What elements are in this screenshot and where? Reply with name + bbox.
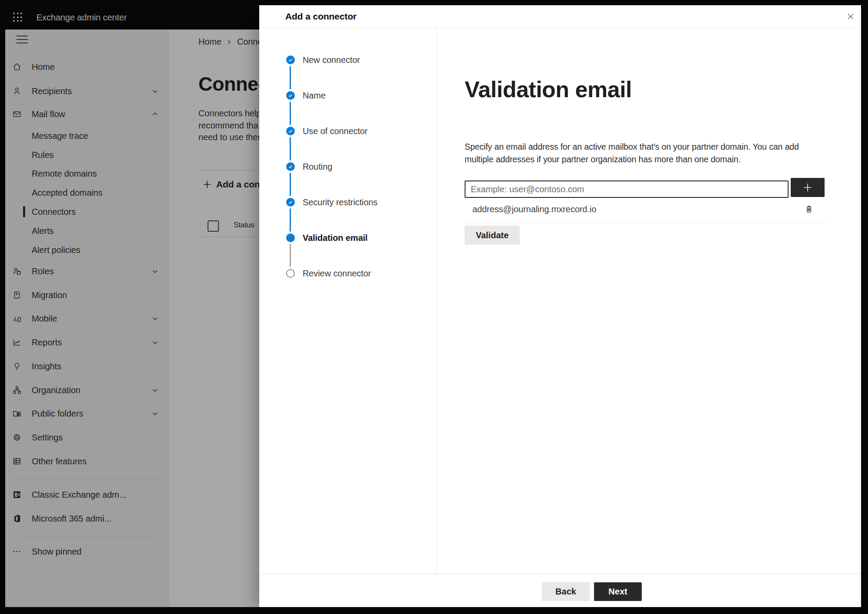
step-description: Specify an email address for an active m… bbox=[465, 141, 799, 166]
step-upcoming-icon bbox=[286, 269, 295, 278]
description-line: Specify an email address for an active m… bbox=[465, 141, 799, 153]
description-line: multiple addresses if your partner organ… bbox=[465, 153, 799, 166]
address-list-divider bbox=[465, 222, 828, 223]
step-label: Use of connector bbox=[303, 126, 368, 136]
close-icon[interactable] bbox=[845, 11, 856, 22]
validate-button[interactable]: Validate bbox=[465, 226, 520, 245]
step-connector-line bbox=[290, 137, 291, 161]
step-label: Name bbox=[303, 91, 326, 101]
footer-divider bbox=[259, 574, 861, 574]
step-connector-line bbox=[290, 66, 291, 89]
back-button[interactable]: Back bbox=[542, 582, 590, 601]
step-connector-line bbox=[290, 208, 291, 232]
validation-email-input[interactable] bbox=[465, 181, 789, 198]
step-current-icon bbox=[286, 233, 295, 242]
step-label: Review connector bbox=[303, 269, 371, 279]
step-complete-icon bbox=[286, 162, 295, 171]
step-label: New connector bbox=[303, 55, 360, 65]
email-address-value: address@journaling.mxrecord.io bbox=[472, 204, 596, 214]
steps-content-divider bbox=[436, 28, 437, 574]
step-complete-icon bbox=[286, 91, 295, 100]
add-email-button[interactable] bbox=[791, 178, 825, 197]
step-complete-icon bbox=[286, 198, 295, 207]
panel-title: Add a connector bbox=[285, 5, 356, 28]
app-screen: Exchange admin center Home Recipients Ma… bbox=[5, 5, 861, 607]
step-connector-line bbox=[290, 102, 291, 125]
add-connector-panel: Add a connector New connector Name Use o… bbox=[259, 5, 861, 607]
plus-icon bbox=[802, 182, 813, 193]
panel-header: Add a connector bbox=[259, 5, 861, 28]
step-label: Validation email bbox=[303, 233, 368, 243]
step-label: Routing bbox=[303, 162, 332, 172]
step-complete-icon bbox=[286, 127, 295, 135]
step-connector-line bbox=[290, 173, 291, 196]
step-connector-line bbox=[290, 244, 291, 267]
next-button[interactable]: Next bbox=[594, 582, 642, 601]
step-label: Security restrictions bbox=[303, 197, 377, 207]
step-complete-icon bbox=[286, 56, 295, 64]
step-heading: Validation email bbox=[465, 76, 632, 102]
email-address-row: address@journaling.mxrecord.io bbox=[465, 201, 828, 219]
delete-address-icon[interactable] bbox=[803, 203, 815, 215]
